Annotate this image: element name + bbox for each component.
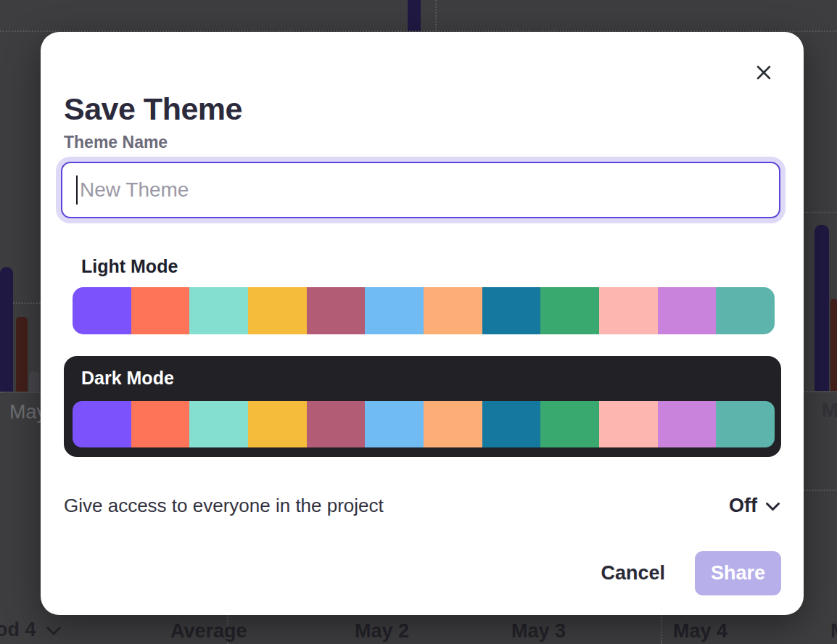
chevron-down-icon: [765, 501, 780, 514]
theme-name-input[interactable]: [62, 163, 779, 217]
palette-swatch: [716, 401, 775, 447]
bg-bar: [815, 225, 829, 391]
bg-gridline: [804, 391, 837, 392]
bg-period-label: od 4: [0, 619, 36, 641]
light-mode-palette: [73, 287, 775, 334]
bg-axis-label: Ma: [822, 400, 837, 422]
text-caret: [76, 176, 78, 205]
bg-gridline: [13, 302, 41, 304]
cancel-button[interactable]: Cancel: [601, 562, 665, 585]
palette-swatch: [307, 287, 366, 334]
bg-gridline: [0, 392, 41, 393]
palette-swatch: [424, 401, 482, 447]
palette-swatch: [658, 287, 717, 334]
palette-swatch: [482, 287, 541, 334]
theme-name-label: Theme Name: [64, 133, 168, 152]
bg-gridline: [435, 0, 437, 31]
dialog-title: Save Theme: [64, 91, 242, 127]
bg-period-selector[interactable]: od 4: [0, 619, 61, 641]
share-button[interactable]: Share: [695, 551, 781, 595]
close-icon: [754, 63, 773, 85]
bg-axis-label: May 3: [511, 620, 566, 643]
palette-swatch: [716, 287, 775, 334]
palette-swatch: [248, 287, 307, 334]
palette-swatch: [424, 287, 482, 334]
bg-bar: [0, 267, 13, 392]
bg-gridline: [661, 615, 662, 644]
palette-swatch: [131, 401, 190, 447]
access-label: Give access to everyone in the project: [64, 495, 384, 517]
palette-swatch: [189, 287, 248, 334]
palette-swatch: [73, 401, 131, 447]
access-dropdown[interactable]: Off: [729, 495, 780, 517]
palette-swatch: [365, 287, 424, 334]
bg-bar: [408, 0, 421, 31]
palette-swatch: [599, 287, 658, 334]
palette-swatch: [307, 401, 366, 447]
bg-bar: [830, 299, 837, 391]
palette-swatch: [658, 401, 717, 447]
palette-swatch: [540, 401, 599, 447]
theme-name-input-wrapper: [61, 162, 780, 218]
bg-axis-label: M: [830, 620, 837, 643]
bg-gridline: [804, 212, 837, 213]
bg-bar: [16, 317, 28, 392]
palette-swatch: [599, 401, 658, 447]
chevron-down-icon: [46, 625, 61, 638]
dark-mode-label: Dark Mode: [81, 368, 174, 389]
dialog-footer: Cancel Share: [601, 551, 781, 595]
access-row: Give access to everyone in the project O…: [64, 490, 780, 521]
bg-gridline: [804, 490, 837, 491]
close-button[interactable]: [754, 64, 774, 84]
dark-mode-card: Dark Mode: [64, 356, 781, 457]
save-theme-dialog: Save Theme Theme Name Light Mode Dark Mo…: [41, 32, 804, 615]
bg-axis-label: May 2: [355, 620, 409, 643]
light-mode-label: Light Mode: [81, 256, 178, 277]
palette-swatch: [131, 287, 190, 334]
palette-swatch: [248, 401, 307, 447]
palette-swatch: [540, 287, 599, 334]
palette-swatch: [73, 287, 131, 334]
palette-swatch: [189, 401, 248, 447]
dark-mode-palette: [73, 401, 775, 447]
access-dropdown-value: Off: [729, 495, 757, 517]
palette-swatch: [482, 401, 541, 447]
bg-bar: [29, 371, 39, 392]
bg-axis-label: May 4: [673, 620, 727, 643]
bg-axis-label: Average: [170, 620, 247, 643]
palette-swatch: [365, 401, 424, 447]
